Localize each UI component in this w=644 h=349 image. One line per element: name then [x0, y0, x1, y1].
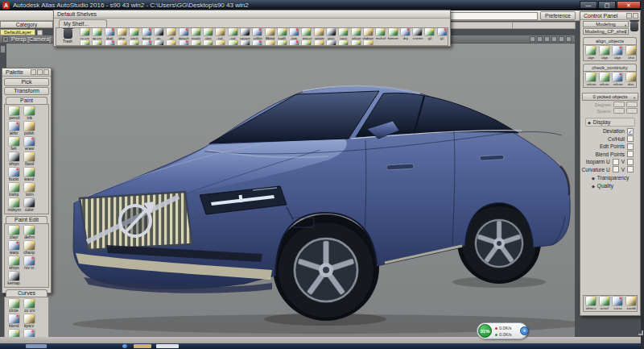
tab-check-continuity[interactable]: check_continuity — [583, 64, 637, 71]
blend-points-checkbox[interactable] — [627, 151, 634, 157]
cp-shelf-dropdown[interactable]: Modeling_CP_shelf▼ — [583, 28, 629, 35]
palette-btn[interactable] — [43, 69, 49, 75]
cp-trash-icon[interactable] — [630, 22, 638, 31]
shelf-tool[interactable]: dupl — [104, 28, 116, 40]
taskbar-active-item[interactable] — [156, 344, 179, 348]
paint-tool[interactable]: shrpn — [6, 152, 22, 166]
default-layer-chip[interactable]: DefaultLayer — [0, 29, 35, 35]
shelf-tool[interactable] — [300, 40, 312, 46]
palette-section-paint[interactable]: Paint — [6, 97, 47, 104]
windows-taskbar[interactable] — [0, 343, 644, 349]
close-button[interactable]: ✕ — [617, 1, 641, 9]
tab-align-objects[interactable]: align_objects — [583, 37, 637, 44]
taskbar-item[interactable] — [26, 344, 47, 348]
shelf-tool[interactable] — [165, 40, 177, 46]
shelf-tool[interactable]: detach — [177, 28, 189, 40]
tab-my-shelf[interactable]: My Shelf... — [59, 19, 107, 27]
shelf-tool[interactable]: trim — [288, 28, 300, 40]
shelf-tool[interactable]: off — [165, 28, 177, 40]
paint-tool[interactable]: wand — [22, 168, 37, 181]
shelf-tool[interactable] — [140, 40, 152, 46]
spans-field-v[interactable] — [626, 108, 638, 114]
default-shelves-window[interactable]: Default Shelves My Shelf... Trash cv crv… — [53, 10, 451, 47]
viewport-canvas[interactable] — [6, 44, 575, 337]
shelf-tool[interactable] — [91, 40, 103, 46]
shelf-tool[interactable] — [190, 40, 202, 46]
preset-dropdown[interactable]: Modeling▼ — [583, 21, 629, 27]
shelf-tool[interactable] — [79, 40, 91, 46]
control-panel-title[interactable]: Control Panel — [580, 12, 640, 20]
shelf-tool[interactable] — [177, 40, 189, 46]
paint-tool[interactable]: inshp — [6, 183, 22, 197]
paint-tool[interactable]: ink — [22, 106, 37, 120]
shelf-tool[interactable] — [251, 40, 263, 46]
viewport-close-icon[interactable]: ✕ — [2, 36, 9, 43]
paint-edit-tool[interactable]: defrm — [22, 226, 37, 239]
curves-tool[interactable]: blend — [6, 314, 22, 328]
paint-tool[interactable]: flood — [22, 152, 37, 166]
degree-field-v[interactable] — [626, 102, 638, 107]
shelf-tool[interactable]: square — [239, 28, 251, 40]
shelf-tool[interactable]: srfillet — [251, 28, 263, 40]
continuity-tool[interactable]: srfcon — [598, 73, 612, 86]
quality-section[interactable]: ◆Quality — [580, 181, 640, 189]
preference-sets-button[interactable]: Preference Sets — [540, 11, 576, 20]
shelf-tool[interactable]: prjct — [325, 28, 337, 40]
shelf-tool[interactable]: honver — [386, 28, 398, 40]
curvature-v-checkbox[interactable] — [627, 166, 634, 172]
speed-widget-plus-icon[interactable]: + — [520, 326, 529, 335]
shelf-tool[interactable]: dry — [399, 28, 411, 40]
shelf-tool[interactable] — [214, 40, 226, 46]
align-tool[interactable]: shst — [625, 46, 638, 60]
layer-toggle-box[interactable] — [37, 30, 43, 35]
spans-field-u[interactable] — [613, 108, 625, 114]
curvature-u-checkbox[interactable] — [613, 166, 619, 172]
shelf-tool[interactable] — [325, 40, 337, 46]
palette-title[interactable]: Palette — [2, 69, 51, 77]
paint-edit-tool[interactable]: rvv in — [22, 256, 37, 270]
shelf-tool[interactable] — [128, 40, 140, 46]
paint-tool[interactable]: txtrn — [22, 183, 37, 197]
cp-bottom-tool[interactable]: xsedit — [625, 297, 638, 310]
picked-objects-bar[interactable]: 0 picked objects▼ — [582, 93, 638, 101]
shelf-tool[interactable] — [288, 40, 300, 46]
paint-tool[interactable]: buckt — [6, 168, 22, 181]
palette-section-transform[interactable]: Transform — [4, 87, 49, 95]
paint-tool[interactable]: erasr — [22, 137, 37, 151]
shelf-tool[interactable] — [116, 40, 128, 46]
restore-button[interactable]: ▢ — [598, 1, 616, 9]
shelf-tool[interactable] — [276, 40, 288, 46]
shelf-tool[interactable] — [104, 40, 116, 46]
category-dropdown[interactable]: Category — [0, 21, 53, 28]
align-tool[interactable]: algn — [598, 46, 612, 60]
shelf-tool[interactable]: xfrm — [116, 28, 128, 40]
deviation-checkbox[interactable]: ✓ — [627, 128, 634, 135]
shelf-tool[interactable]: g1 — [436, 28, 448, 40]
paint-tool[interactable]: airbr — [6, 122, 22, 135]
paint-tool[interactable]: mdsym — [6, 198, 22, 212]
edit-points-checkbox[interactable] — [627, 143, 634, 150]
curves-tool[interactable]: circle — [6, 299, 22, 313]
paint-tool[interactable]: color — [22, 198, 37, 212]
isoparm-u-checkbox[interactable] — [613, 159, 619, 165]
palette-section-pick[interactable]: Pick — [4, 78, 49, 86]
paint-edit-tool[interactable]: clayr — [6, 226, 22, 239]
cp-bottom-tool[interactable]: curvs — [611, 297, 625, 310]
minimize-button[interactable]: — — [580, 1, 597, 9]
shelf-tool[interactable]: untrim — [313, 28, 325, 40]
left-pane-tab[interactable] — [0, 45, 6, 53]
shelf-tool[interactable]: shdnon — [362, 28, 374, 40]
shelf-tool[interactable]: usetex — [411, 28, 423, 40]
shelf-tool[interactable]: cv crv — [79, 28, 91, 40]
speed-monitor-widget[interactable]: 31% 0.0K/s 0.0K/s + — [477, 322, 528, 339]
shelf-tool[interactable]: g0 — [423, 28, 436, 40]
shelf-window-title[interactable]: Default Shelves — [54, 10, 450, 19]
shelf-tool[interactable]: srfcon — [350, 28, 362, 40]
cp-bottom-tool[interactable]: sctsrf — [598, 297, 612, 310]
cp-bottom-tool[interactable]: xfrmcv — [584, 297, 598, 310]
paint-edit-tool[interactable]: chanp — [22, 241, 37, 255]
cp-btn[interactable] — [626, 13, 632, 19]
paint-edit-tool[interactable]: warp — [6, 241, 22, 255]
car-model-3d[interactable] — [6, 44, 575, 337]
transparency-section[interactable]: ◆Transparency — [580, 172, 640, 181]
